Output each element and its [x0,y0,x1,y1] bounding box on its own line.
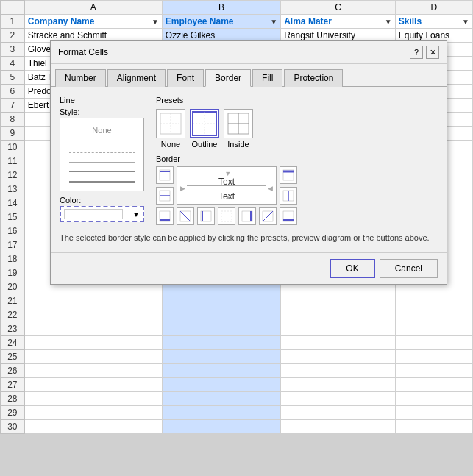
cell-a21[interactable] [24,294,162,308]
tab-border[interactable]: Border [205,69,251,87]
line-style-medium[interactable] [69,162,135,163]
border-preview[interactable]: Text Text ▶ ◀ ▼ ▲ [177,166,277,205]
cell-a28[interactable] [24,392,162,406]
style-box[interactable]: None [60,118,144,191]
cell-a30[interactable] [24,420,162,434]
row-num-8: 8 [1,113,25,127]
cell-c30[interactable] [281,420,396,434]
border-bottom-button[interactable] [156,207,174,225]
cell-b23[interactable] [162,322,280,336]
cell-d25[interactable] [395,350,472,364]
cell-d28[interactable] [395,392,472,406]
cell-d30[interactable] [395,420,472,434]
line-style-thick[interactable] [69,171,135,172]
cell-a25[interactable] [24,350,162,364]
cell-d27[interactable] [395,378,472,392]
close-button[interactable]: ✕ [426,46,439,59]
color-label: Color: [60,196,144,205]
help-button[interactable]: ? [410,46,423,59]
cell-d21[interactable] [395,294,472,308]
cell-c22[interactable] [281,308,396,322]
color-dropdown[interactable]: ▼ [60,206,144,222]
row-num-7: 7 [1,99,25,113]
tab-protection[interactable]: Protection [284,69,343,87]
col-d-header[interactable]: D [395,1,472,15]
cell-d1[interactable]: Skills▼ [395,15,472,29]
cell-c28[interactable] [281,392,396,406]
cell-a1[interactable]: Company Name▼ [24,15,162,29]
border-diag-down-button[interactable] [177,207,194,225]
line-style-double[interactable] [69,181,135,183]
cell-c23[interactable] [281,322,396,336]
cell-d26[interactable] [395,364,472,378]
cell-c24[interactable] [281,336,396,350]
border-diag-up-button[interactable] [259,207,277,225]
row-num-29: 29 [1,406,25,420]
cell-d29[interactable] [395,406,472,420]
cell-d23[interactable] [395,322,472,336]
ok-button[interactable]: OK [330,259,374,278]
cell-c21[interactable] [281,294,396,308]
cell-b27[interactable] [162,378,280,392]
cell-b26[interactable] [162,364,280,378]
row-num-18: 18 [1,252,25,266]
cell-a24[interactable] [24,336,162,350]
cell-b24[interactable] [162,336,280,350]
dialog-controls: ? ✕ [410,46,439,59]
preset-none-svg [157,110,184,137]
cell-b22[interactable] [162,308,280,322]
cell-a29[interactable] [24,406,162,420]
row-num-11: 11 [1,154,25,168]
cell-c25[interactable] [281,350,396,364]
cell-d24[interactable] [395,336,472,350]
cell-b29[interactable] [162,406,280,420]
tab-number[interactable]: Number [55,69,106,87]
border-bottom-thick-button[interactable] [280,207,297,225]
line-title: Line [60,96,144,104]
border-diag-up-icon [262,210,274,222]
cell-b25[interactable] [162,350,280,364]
cell-a22[interactable] [24,308,162,322]
preset-outline-svg [191,110,218,137]
border-none-button[interactable] [218,207,235,225]
cell-a26[interactable] [24,364,162,378]
border-top-thick-icon [282,169,294,181]
border-title: Border [156,154,438,163]
row-num-24: 24 [1,336,25,350]
border-middle-h-button[interactable] [156,187,174,205]
cell-c29[interactable] [281,406,396,420]
cell-b21[interactable] [162,294,280,308]
line-style-solid-thin[interactable] [69,143,135,143]
preview-text-top: Text [218,177,235,187]
border-middle-v-icon [282,190,294,202]
preset-outline-button[interactable]: Outline [190,109,219,149]
border-top-thick-button[interactable] [280,166,297,184]
right-panel: Presets [156,96,438,225]
line-style-dashed[interactable] [69,152,135,153]
cell-a23[interactable] [24,322,162,336]
preset-none-button[interactable]: None [156,109,185,149]
cell-c27[interactable] [281,378,396,392]
cell-b30[interactable] [162,420,280,434]
right-arrow-icon: ◀ [268,185,273,192]
tab-alignment[interactable]: Alignment [107,69,166,87]
border-left-button[interactable] [197,207,215,225]
cell-b1[interactable]: Employee Name▼ [162,15,280,29]
border-right-button[interactable] [238,207,256,225]
border-middle-v-button[interactable] [280,187,297,205]
corner-cell [1,1,25,15]
tab-font[interactable]: Font [167,69,204,87]
col-c-header[interactable]: C [281,1,396,15]
cell-b28[interactable] [162,392,280,406]
border-top-button[interactable] [156,166,174,184]
cell-c26[interactable] [281,364,396,378]
col-b-header[interactable]: B [162,1,280,15]
cell-c1[interactable]: Alma Mater▼ [281,15,396,29]
cell-d22[interactable] [395,308,472,322]
tab-fill[interactable]: Fill [252,69,282,87]
cell-a27[interactable] [24,378,162,392]
preset-inside-button[interactable]: Inside [224,109,253,149]
cancel-button[interactable]: Cancel [380,259,438,278]
col-a-header[interactable]: A [24,1,162,15]
row-num-1: 1 [1,15,25,29]
